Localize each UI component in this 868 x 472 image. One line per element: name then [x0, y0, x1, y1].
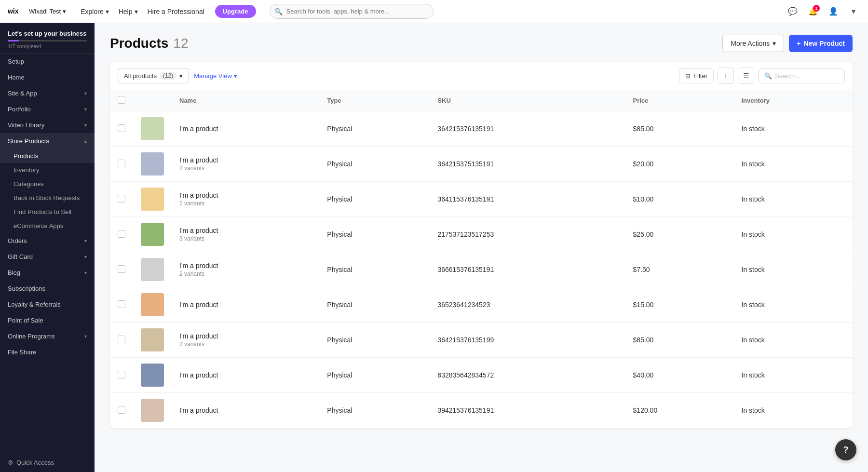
sidebar-item-loyalty-referrals[interactable]: Loyalty & Referrals	[0, 297, 95, 312]
sidebar-item-blog[interactable]: Blog ▾	[0, 265, 95, 281]
sidebar-item-orders[interactable]: Orders ▾	[0, 233, 95, 249]
row-name-cell[interactable]: I'm a product 2 variants	[172, 147, 319, 182]
row-checkbox[interactable]	[118, 265, 125, 273]
chat-icon[interactable]: 💬	[786, 5, 800, 18]
product-count: 12	[173, 36, 188, 51]
product-image	[141, 223, 164, 246]
nav-explore[interactable]: Explore ▾	[76, 5, 113, 18]
row-name-cell[interactable]: I'm a product	[172, 287, 319, 323]
products-table-container: All products (12) ▾ Manage View ▾ ⊟ Filt…	[110, 62, 853, 428]
row-name-cell[interactable]: I'm a product 3 variants	[172, 323, 319, 358]
row-name-cell[interactable]: I'm a product	[172, 111, 319, 147]
row-checkbox-cell[interactable]	[110, 111, 133, 147]
workspace-selector[interactable]: Wixadi Test ▾	[29, 8, 66, 15]
row-price-cell: $20.00	[625, 147, 734, 182]
row-name-cell[interactable]: I'm a product	[172, 358, 319, 393]
row-checkbox-cell[interactable]	[110, 323, 133, 358]
notifications-icon[interactable]: 🔔 1	[806, 5, 820, 18]
row-price-cell: $85.00	[625, 323, 734, 358]
row-name-cell[interactable]: I'm a product 3 variants	[172, 217, 319, 252]
topbar-search-input[interactable]	[270, 4, 434, 19]
sidebar-item-store-products[interactable]: Store Products ▴	[0, 133, 95, 149]
table-row[interactable]: I'm a product Physical 394215376135191 $…	[110, 393, 853, 428]
avatar[interactable]: 👤	[827, 5, 840, 18]
sidebar-item-home[interactable]: Home	[0, 69, 95, 85]
row-image-cell	[133, 217, 172, 252]
row-sku-cell: 364215376135191	[430, 111, 625, 147]
sidebar-sub-item-find-products[interactable]: Find Products to Sell	[0, 205, 95, 219]
sidebar-item-gift-card[interactable]: Gift Card ▾	[0, 249, 95, 265]
sidebar-item-site-app[interactable]: Site & App ▾	[0, 85, 95, 101]
sidebar-item-subscriptions[interactable]: Subscriptions	[0, 281, 95, 297]
row-checkbox-cell[interactable]	[110, 358, 133, 393]
more-actions-button[interactable]: More Actions ▾	[722, 35, 784, 52]
filter-icon: ⊟	[685, 72, 691, 80]
row-price-cell: $10.00	[625, 182, 734, 217]
table-row[interactable]: I'm a product 3 variants Physical 217537…	[110, 217, 853, 252]
nav-help[interactable]: Help ▾	[114, 5, 143, 18]
row-checkbox[interactable]	[118, 371, 125, 378]
sidebar-sub-item-back-in-stock[interactable]: Back in Stock Requests	[0, 191, 95, 205]
row-sku-cell: 632835642834572	[430, 358, 625, 393]
table-row[interactable]: I'm a product 3 variants Physical 364215…	[110, 323, 853, 358]
row-checkbox[interactable]	[118, 406, 125, 414]
sidebar-sub-item-categories[interactable]: Categories	[0, 177, 95, 191]
row-checkbox[interactable]	[118, 336, 125, 343]
row-name-cell[interactable]: I'm a product 2 variants	[172, 182, 319, 217]
table-row[interactable]: I'm a product 2 variants Physical 366615…	[110, 252, 853, 287]
wix-logo: wix	[8, 7, 23, 16]
table-search[interactable]: 🔍 Search...	[758, 68, 845, 83]
sidebar-item-video-library[interactable]: Video Library ▾	[0, 117, 95, 133]
row-checkbox-cell[interactable]	[110, 182, 133, 217]
sidebar-item-online-programs[interactable]: Online Programs ▾	[0, 328, 95, 344]
main-content: Products 12 More Actions ▾ + New Product…	[95, 23, 868, 472]
product-image	[141, 188, 164, 211]
row-checkbox-cell[interactable]	[110, 287, 133, 323]
account-chevron-icon[interactable]: ▾	[847, 5, 860, 18]
table-row[interactable]: I'm a product 2 variants Physical 364115…	[110, 182, 853, 217]
header-select-all[interactable]	[110, 90, 133, 111]
sidebar-item-point-of-sale[interactable]: Point of Sale	[0, 312, 95, 328]
filter-dropdown[interactable]: All products (12) ▾	[118, 68, 189, 83]
manage-view-button[interactable]: Manage View ▾	[194, 72, 237, 80]
row-checkbox-cell[interactable]	[110, 393, 133, 428]
row-checkbox-cell[interactable]	[110, 147, 133, 182]
sidebar-sub-item-ecommerce-apps[interactable]: eCommerce Apps	[0, 219, 95, 233]
portfolio-chevron: ▾	[84, 107, 87, 112]
table-toolbar: All products (12) ▾ Manage View ▾ ⊟ Filt…	[110, 62, 853, 90]
sidebar-sub-item-inventory[interactable]: Inventory	[0, 163, 95, 177]
sidebar-item-portfolio[interactable]: Portfolio ▾	[0, 101, 95, 117]
sidebar-item-setup[interactable]: Setup	[0, 54, 95, 69]
row-inventory-cell: In stock	[734, 147, 853, 182]
row-image-cell	[133, 147, 172, 182]
help-button[interactable]: ?	[835, 439, 856, 460]
row-type-cell: Physical	[319, 393, 430, 428]
upgrade-button[interactable]: Upgrade	[215, 5, 256, 18]
table-row[interactable]: I'm a product Physical 632835642834572 $…	[110, 358, 853, 393]
export-button[interactable]: ↑	[718, 67, 734, 84]
row-name-cell[interactable]: I'm a product	[172, 393, 319, 428]
sidebar-sub-item-products[interactable]: Products	[0, 149, 95, 163]
row-checkbox[interactable]	[118, 300, 125, 308]
new-product-button[interactable]: + New Product	[789, 35, 853, 52]
row-price-cell: $7.50	[625, 252, 734, 287]
table-row[interactable]: I'm a product Physical 364215376135191 $…	[110, 111, 853, 147]
nav-hire[interactable]: Hire a Professional	[143, 5, 209, 18]
row-checkbox[interactable]	[118, 230, 125, 238]
columns-button[interactable]: ☰	[738, 67, 754, 84]
row-checkbox[interactable]	[118, 124, 125, 132]
row-checkbox-cell[interactable]	[110, 252, 133, 287]
select-all-checkbox[interactable]	[118, 96, 125, 104]
columns-icon: ☰	[743, 72, 749, 80]
row-checkbox-cell[interactable]	[110, 217, 133, 252]
table-row[interactable]: I'm a product 2 variants Physical 364215…	[110, 147, 853, 182]
row-name-cell[interactable]: I'm a product 2 variants	[172, 252, 319, 287]
filter-button[interactable]: ⊟ Filter	[679, 68, 714, 83]
table-row[interactable]: I'm a product Physical 36523641234523 $1…	[110, 287, 853, 323]
quick-access-button[interactable]: ⚙ Quick Access	[8, 459, 87, 466]
sidebar-item-file-share[interactable]: File Share	[0, 344, 95, 360]
header-price: Price	[625, 90, 734, 111]
more-actions-chevron: ▾	[773, 40, 776, 47]
row-checkbox[interactable]	[118, 195, 125, 202]
row-checkbox[interactable]	[118, 160, 125, 167]
